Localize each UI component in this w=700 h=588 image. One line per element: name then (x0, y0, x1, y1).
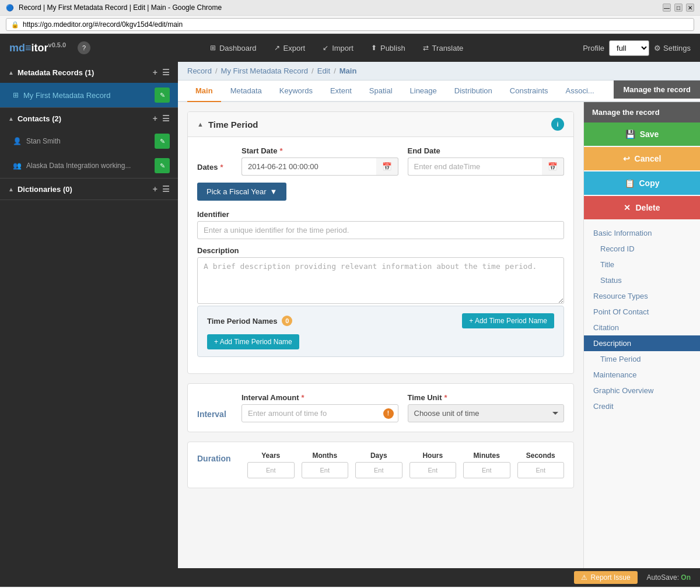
nav-record-id[interactable]: Record ID (584, 241, 700, 257)
sidebar-section-dictionaries-header[interactable]: ▲ Dictionaries (0) + ☰ (0, 178, 178, 200)
fiscal-year-button[interactable]: Pick a Fiscal Year ▼ (197, 183, 286, 201)
sidebar-section-contacts-header[interactable]: ▲ Contacts (2) + ☰ (0, 108, 178, 129)
nav-resource-types[interactable]: Resource Types (584, 288, 700, 304)
nav-publish[interactable]: ⬆ Publish (363, 39, 414, 57)
add-time-period-name-inner-button[interactable]: + Add Time Period Name (207, 334, 299, 349)
tab-keywords[interactable]: Keywords (271, 80, 321, 102)
start-date-input[interactable] (242, 158, 376, 176)
settings-button[interactable]: ⚙ Settings (654, 44, 691, 52)
contact2-icon: 👥 (13, 162, 22, 170)
nav-point-of-contact[interactable]: Point Of Contact (584, 304, 700, 320)
duration-months-input[interactable] (302, 462, 349, 478)
interval-amount-required: * (301, 393, 304, 402)
duration-days-input[interactable] (355, 462, 402, 478)
minimize-button[interactable]: — (663, 4, 671, 12)
breadcrumb-main[interactable]: Main (340, 66, 357, 75)
add-dictionary-button[interactable]: + (153, 184, 158, 194)
identifier-input[interactable] (197, 221, 564, 239)
nav-graphic-overview[interactable]: Graphic Overview (584, 383, 700, 398)
maximize-button[interactable]: □ (674, 4, 682, 12)
report-issue-button[interactable]: ⚠ Report Issue (574, 571, 638, 584)
tab-main[interactable]: Main (187, 80, 221, 102)
nav-links: Basic Information Record ID Title Status… (584, 220, 700, 419)
breadcrumb-edit[interactable]: Edit (317, 66, 330, 75)
nav-citation[interactable]: Citation (584, 320, 700, 335)
interval-fields: Interval Amount * ! (242, 393, 564, 422)
cancel-icon: ↩ (623, 154, 630, 163)
tab-associ[interactable]: Associ... (558, 80, 603, 102)
interval-unit-select[interactable]: Choose unit of time seconds minutes hour… (408, 404, 565, 422)
nav-description[interactable]: Description (584, 335, 700, 351)
start-date-group: Start Date * 📅 (242, 146, 398, 176)
profile-select[interactable]: full basic (609, 40, 649, 56)
sidebar-section-metadata: ▲ Metadata Records (1) + ☰ ⊞ My First Me… (0, 62, 178, 108)
start-date-calendar-button[interactable]: 📅 (376, 158, 398, 176)
autosave-status: AutoSave: On (647, 573, 691, 582)
content-sidebar: Manage the record 💾 Save ↩ Cancel 📋 Copy (583, 102, 700, 568)
dashboard-icon: ⊞ (210, 44, 216, 52)
interval-amount-input[interactable] (242, 404, 398, 422)
sidebar-section-dictionaries: ▲ Dictionaries (0) + ☰ (0, 178, 178, 200)
duration-hours-input[interactable] (410, 462, 457, 478)
save-button[interactable]: 💾 Save (584, 123, 700, 146)
nav-export[interactable]: ↗ Export (266, 39, 314, 57)
nav-time-period[interactable]: Time Period (584, 351, 700, 367)
dict-collapse-icon: ▲ (8, 186, 14, 192)
breadcrumb-record[interactable]: Record (187, 66, 212, 75)
edit-contact1-button[interactable]: ✎ (155, 134, 170, 149)
menu-dictionary-button[interactable]: ☰ (162, 184, 170, 194)
tab-distribution[interactable]: Distribution (446, 80, 501, 102)
duration-seconds-input[interactable] (517, 462, 565, 478)
time-period-header: ▲ Time Period i (188, 112, 573, 137)
end-date-input[interactable] (408, 158, 542, 176)
nav-maintenance[interactable]: Maintenance (584, 367, 700, 383)
copy-label: Copy (639, 178, 660, 188)
duration-years-input[interactable] (247, 462, 295, 478)
nav-import[interactable]: ↙ Import (314, 39, 362, 57)
sidebar-item-metadata-record[interactable]: ⊞ My First Metadata Record ✎ (0, 83, 178, 107)
sidebar-section-metadata-header[interactable]: ▲ Metadata Records (1) + ☰ (0, 62, 178, 83)
nav-credit[interactable]: Credit (584, 398, 700, 414)
edit-record-button[interactable]: ✎ (155, 88, 170, 103)
tab-lineage[interactable]: Lineage (402, 80, 445, 102)
sidebar-section-metadata-title: Metadata Records (1) (18, 68, 94, 77)
time-period-names-section: Time Period Names 0 + Add Time Period Na… (197, 306, 564, 357)
add-metadata-button[interactable]: + (153, 68, 158, 77)
close-button[interactable]: ✕ (686, 4, 694, 12)
content-main: ▲ Time Period i Dates * (178, 102, 583, 568)
help-button[interactable]: ? (78, 41, 90, 54)
nav-dashboard[interactable]: ⊞ Dashboard (202, 39, 265, 57)
nav-translate[interactable]: ⇄ Translate (415, 39, 472, 57)
tab-extent[interactable]: Extent (322, 80, 360, 102)
time-period-info-icon[interactable]: i (551, 118, 564, 131)
add-contact-button[interactable]: + (153, 114, 158, 123)
delete-button[interactable]: ✕ Delete (584, 196, 700, 219)
settings-label: Settings (663, 44, 691, 52)
tab-metadata[interactable]: Metadata (222, 80, 270, 102)
nav-publish-label: Publish (380, 44, 405, 52)
duration-minutes-input[interactable] (463, 462, 510, 478)
time-period-collapse-icon[interactable]: ▲ (197, 121, 204, 128)
cancel-button[interactable]: ↩ Cancel (584, 147, 700, 170)
breadcrumb-myfirst[interactable]: My First Metadata Record (221, 66, 309, 75)
copy-button[interactable]: 📋 Copy (584, 172, 700, 195)
cancel-label: Cancel (635, 154, 662, 163)
nav-dashboard-label: Dashboard (219, 44, 257, 52)
tab-spatial[interactable]: Spatial (361, 80, 401, 102)
app-header: md≡itorv0.5.0 ? ⊞ Dashboard ↗ Export ↙ I… (0, 34, 700, 62)
add-time-period-name-top-button[interactable]: + Add Time Period Name (462, 313, 554, 328)
fiscal-year-label: Pick a Fiscal Year (206, 187, 267, 196)
nav-title[interactable]: Title (584, 257, 700, 272)
contact2-name: Alaska Data Integration working... (26, 162, 131, 170)
nav-basic-information[interactable]: Basic Information (584, 225, 700, 241)
interval-unit-label: Time Unit * (408, 393, 565, 402)
tab-constraints[interactable]: Constraints (502, 80, 556, 102)
end-date-calendar-button[interactable]: 📅 (542, 158, 564, 176)
menu-contact-button[interactable]: ☰ (162, 114, 170, 123)
duration-section: Duration Years Months (187, 442, 574, 488)
edit-contact2-button[interactable]: ✎ (155, 158, 170, 173)
manage-record-button[interactable]: Manage the record (614, 80, 700, 99)
nav-status[interactable]: Status (584, 272, 700, 288)
description-textarea[interactable] (197, 257, 564, 304)
menu-metadata-button[interactable]: ☰ (162, 68, 170, 77)
